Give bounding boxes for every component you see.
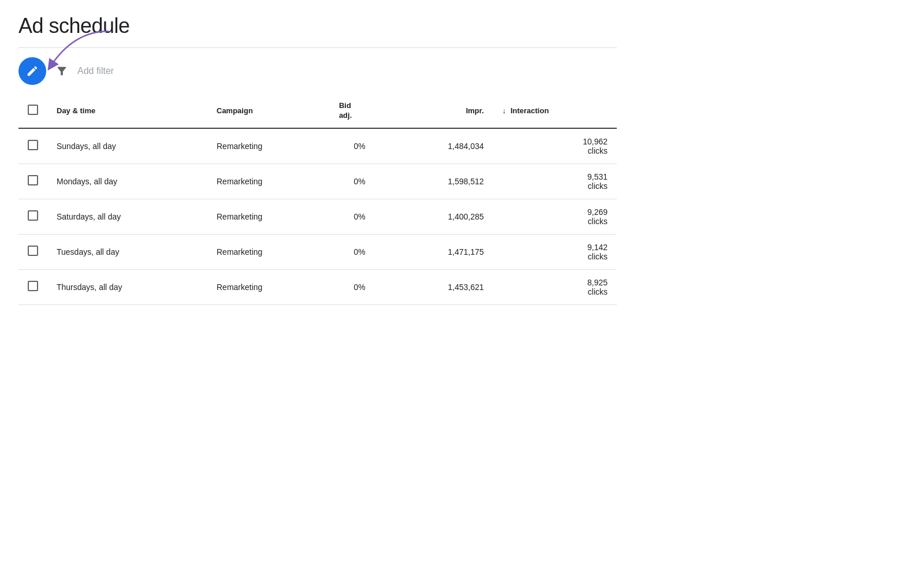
- bid-adj-label: Bidadj.: [339, 101, 352, 120]
- row-checkbox-cell: [18, 128, 47, 164]
- row-checkbox-cell: [18, 234, 47, 269]
- header-checkbox[interactable]: [28, 105, 38, 115]
- page-container: Ad schedule Add filter: [0, 0, 635, 319]
- cell-day-time: Sundays, all day: [47, 128, 207, 164]
- cell-campaign[interactable]: Remarketing: [207, 128, 330, 164]
- cell-bid-adj: 0%: [330, 164, 390, 199]
- cell-interaction: 9,531clicks: [493, 164, 617, 199]
- add-filter-label[interactable]: Add filter: [77, 66, 114, 76]
- page-title: Ad schedule: [18, 14, 617, 38]
- cell-day-time: Mondays, all day: [47, 164, 207, 199]
- row-checkbox[interactable]: [28, 246, 38, 256]
- cell-day-time: Thursdays, all day: [47, 269, 207, 304]
- table-header: Day & time Campaign Bidadj. Impr. ↓ Inte…: [18, 94, 617, 128]
- sort-down-icon: ↓: [502, 106, 506, 115]
- header-bid-adj: Bidadj.: [330, 94, 390, 128]
- header-row: Day & time Campaign Bidadj. Impr. ↓ Inte…: [18, 94, 617, 128]
- cell-impr: 1,598,512: [389, 164, 493, 199]
- data-table: Day & time Campaign Bidadj. Impr. ↓ Inte…: [18, 94, 617, 305]
- table-row: Sundays, all dayRemarketing0%1,484,03410…: [18, 128, 617, 164]
- cell-campaign[interactable]: Remarketing: [207, 199, 330, 234]
- row-checkbox[interactable]: [28, 175, 38, 185]
- cell-day-time: Saturdays, all day: [47, 199, 207, 234]
- table-row: Thursdays, all dayRemarketing0%1,453,621…: [18, 269, 617, 304]
- toolbar: Add filter: [18, 57, 617, 85]
- interaction-unit: clicks: [588, 181, 608, 191]
- cell-campaign[interactable]: Remarketing: [207, 164, 330, 199]
- pencil-icon: [26, 65, 39, 77]
- cell-bid-adj: 0%: [330, 234, 390, 269]
- header-day-time: Day & time: [47, 94, 207, 128]
- header-interaction[interactable]: ↓ Interaction: [493, 94, 617, 128]
- divider: [18, 47, 617, 48]
- cell-interaction: 8,925clicks: [493, 269, 617, 304]
- cell-bid-adj: 0%: [330, 269, 390, 304]
- cell-campaign[interactable]: Remarketing: [207, 269, 330, 304]
- table-row: Tuesdays, all dayRemarketing0%1,471,1759…: [18, 234, 617, 269]
- cell-bid-adj: 0%: [330, 199, 390, 234]
- cell-impr: 1,400,285: [389, 199, 493, 234]
- header-checkbox-cell: [18, 94, 47, 128]
- cell-campaign[interactable]: Remarketing: [207, 234, 330, 269]
- edit-button[interactable]: [18, 57, 46, 85]
- interaction-unit: clicks: [588, 252, 608, 261]
- interaction-unit: clicks: [588, 287, 608, 296]
- row-checkbox[interactable]: [28, 281, 38, 291]
- cell-interaction: 9,142clicks: [493, 234, 617, 269]
- cell-interaction: 9,269clicks: [493, 199, 617, 234]
- cell-day-time: Tuesdays, all day: [47, 234, 207, 269]
- table-row: Mondays, all dayRemarketing0%1,598,5129,…: [18, 164, 617, 199]
- table-row: Saturdays, all dayRemarketing0%1,400,285…: [18, 199, 617, 234]
- cell-impr: 1,484,034: [389, 128, 493, 164]
- interaction-unit: clicks: [588, 217, 608, 226]
- interaction-unit: clicks: [588, 146, 608, 155]
- row-checkbox-cell: [18, 164, 47, 199]
- row-checkbox-cell: [18, 269, 47, 304]
- filter-button[interactable]: [53, 62, 70, 80]
- table-body: Sundays, all dayRemarketing0%1,484,03410…: [18, 128, 617, 305]
- header-campaign: Campaign: [207, 94, 330, 128]
- filter-icon: [55, 65, 68, 77]
- row-checkbox[interactable]: [28, 140, 38, 150]
- cell-impr: 1,471,175: [389, 234, 493, 269]
- cell-bid-adj: 0%: [330, 128, 390, 164]
- row-checkbox-cell: [18, 199, 47, 234]
- cell-impr: 1,453,621: [389, 269, 493, 304]
- row-checkbox[interactable]: [28, 210, 38, 221]
- cell-interaction: 10,962clicks: [493, 128, 617, 164]
- header-impr: Impr.: [389, 94, 493, 128]
